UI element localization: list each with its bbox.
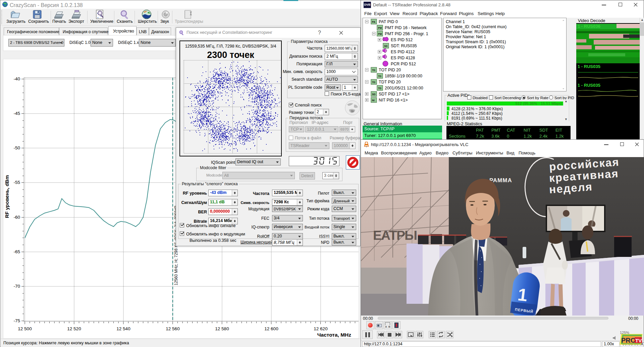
svg-text:-50: -50	[13, 145, 20, 150]
svg-text:SD: SD	[384, 45, 388, 48]
svg-text:-45: -45	[13, 111, 20, 116]
svg-text:TD: TD	[372, 81, 376, 84]
svg-text:12 620: 12 620	[314, 326, 327, 331]
svg-text:12 520: 12 520	[67, 326, 81, 331]
svg-text:PM: PM	[378, 32, 382, 36]
svg-text:Частота, MHz: Частота, MHz	[317, 332, 352, 338]
svg-text:-65: -65	[13, 249, 20, 254]
svg-text:12 560: 12 560	[166, 326, 179, 331]
svg-text:RF уровень, dBm: RF уровень, dBm	[4, 175, 10, 218]
svg-text:NIT PID 16 <1>: NIT PID 16 <1>	[379, 98, 408, 102]
svg-text:PCR PID 512: PCR PID 512	[391, 62, 416, 66]
svg-text:SDT: RUS035: SDT: RUS035	[391, 44, 417, 48]
svg-text:-60: -60	[13, 215, 20, 220]
svg-text:ЕАТРЫ: ЕАТРЫ	[373, 228, 417, 242]
svg-text:PM: PM	[378, 26, 382, 29]
svg-text:TOT PID 20: TOT PID 20	[379, 68, 401, 72]
svg-text:1 - RUS036: 1 - RUS036	[578, 24, 600, 29]
svg-text:2001/05/21 12:00:00: 2001/05/21 12:00:00	[385, 86, 423, 90]
svg-text:PRO: PRO	[621, 337, 636, 344]
svg-text:TD: TD	[372, 69, 376, 72]
svg-text:-40: -40	[13, 76, 20, 81]
svg-text:ES PID 4128: ES PID 4128	[391, 56, 415, 60]
svg-text:12 540: 12 540	[116, 326, 130, 331]
svg-text:PMT PID 16 - Network: PMT PID 16 - Network	[385, 25, 427, 30]
svg-text:SD: SD	[372, 93, 376, 96]
svg-text:TV: TV	[635, 338, 642, 343]
svg-text:ES PID 512: ES PID 512	[391, 38, 413, 42]
svg-text:12 580: 12 580	[215, 326, 229, 331]
svg-text:12 500: 12 500	[18, 326, 32, 331]
svg-text:NI: NI	[372, 99, 375, 102]
svg-text:PA: PA	[372, 20, 375, 23]
svg-text:TDT PID 20: TDT PID 20	[379, 80, 401, 84]
svg-text:TD: TD	[378, 87, 382, 90]
svg-text:12 600: 12 600	[264, 326, 278, 331]
svg-text:-75: -75	[13, 318, 20, 323]
svg-text:-70: -70	[13, 284, 20, 289]
svg-text:TD: TD	[378, 75, 382, 78]
svg-text:1859/-1/19 00:00:00: 1859/-1/19 00:00:00	[385, 74, 422, 78]
svg-text:-55: -55	[13, 180, 20, 185]
svg-text:PMT PID 256 - Progr. 1: PMT PID 256 - Progr. 1	[385, 31, 428, 36]
svg-text:PAT PID 0: PAT PID 0	[379, 19, 398, 24]
svg-text:ES PID 4112: ES PID 4112	[391, 50, 415, 54]
svg-text:SDT PID 17 <1>: SDT PID 17 <1>	[379, 92, 410, 96]
